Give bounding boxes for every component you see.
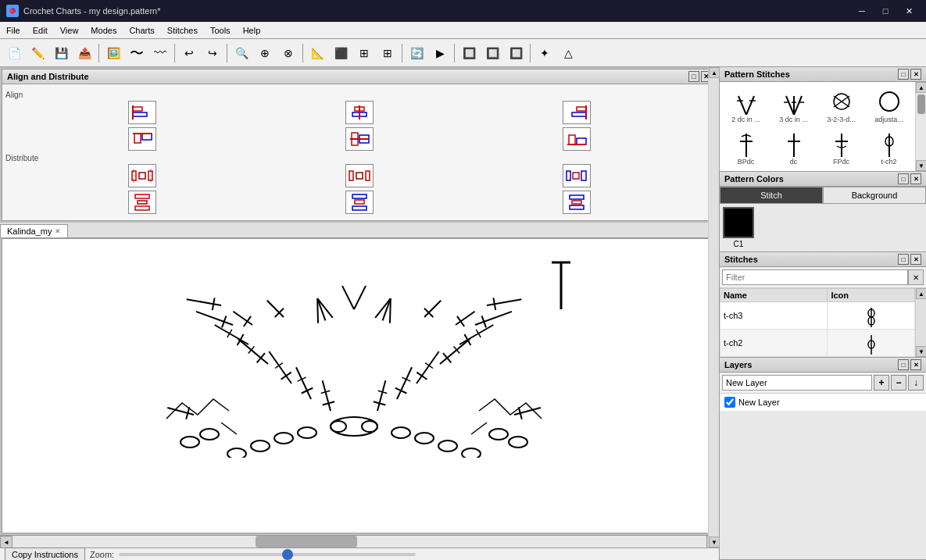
close-button[interactable]: ✕ <box>898 3 920 19</box>
menu-help[interactable]: Help <box>237 22 267 38</box>
remove-layer-button[interactable]: − <box>891 375 906 391</box>
dist-h-button[interactable] <box>128 164 156 187</box>
stitch-list-scroll-up[interactable]: ▲ <box>916 288 926 299</box>
canvas-v-track[interactable] <box>709 78 719 537</box>
menu-stitches[interactable]: Stitches <box>161 22 204 38</box>
menu-edit[interactable]: Edit <box>27 22 54 38</box>
stitch-3dc[interactable]: 3 dc in ... <box>770 85 817 126</box>
svg-rect-34 <box>352 206 366 210</box>
stitch-dc[interactable]: dc <box>770 127 817 168</box>
menu-file[interactable]: File <box>0 22 27 38</box>
tab-kalinda[interactable]: Kalinda_my ✕ <box>0 224 68 237</box>
stitch-filter-input[interactable] <box>722 269 908 285</box>
add-layer-button[interactable]: + <box>874 375 889 391</box>
stitch-list-scrollbar[interactable]: ▲ ▼ <box>915 288 926 357</box>
tb-fill[interactable]: ⬛ <box>330 42 352 64</box>
tab-close-button[interactable]: ✕ <box>55 227 61 235</box>
h-scrollbar[interactable]: ◄ ► <box>0 535 719 548</box>
stitch-323d[interactable]: 3-2-3-d... <box>818 85 864 126</box>
tb-wave[interactable]: 〰 <box>149 42 171 64</box>
stitch-color-tab[interactable]: Stitch <box>720 187 823 203</box>
stitch-fpdc[interactable]: FPdc <box>818 127 864 168</box>
dist-h-right-button[interactable] <box>563 164 591 187</box>
layers-close[interactable]: ✕ <box>910 359 921 370</box>
stitches-restore[interactable]: □ <box>898 254 909 265</box>
background-color-tab[interactable]: Background <box>823 187 926 203</box>
tb-add[interactable]: ⊕ <box>254 42 276 64</box>
menu-modes[interactable]: Modes <box>84 22 123 38</box>
tb-star[interactable]: ✦ <box>534 42 556 64</box>
color-swatch-c1-block[interactable] <box>723 207 754 238</box>
tb-rect3[interactable]: 🔲 <box>505 42 527 64</box>
align-bottom-button[interactable] <box>563 127 591 151</box>
tb-undo[interactable]: ↩ <box>178 42 200 64</box>
stitch-list-scroll-down[interactable]: ▼ <box>916 346 926 357</box>
canvas-scroll-up[interactable]: ▲ <box>709 67 720 78</box>
scroll-track[interactable] <box>13 536 706 548</box>
tb-grid1[interactable]: ⊞ <box>353 42 375 64</box>
stitch-scroll-track[interactable] <box>916 93 926 160</box>
zoom-slider-track[interactable] <box>119 553 416 556</box>
dist-v-center-button[interactable] <box>345 191 374 214</box>
align-middle-button[interactable] <box>345 127 374 151</box>
stitch-scroll-down[interactable]: ▼ <box>916 160 926 171</box>
svg-line-91 <box>375 296 391 321</box>
align-left-button[interactable] <box>128 101 156 124</box>
tb-new[interactable]: 📄 <box>3 42 25 64</box>
stitch-row-tch2[interactable]: t-ch2 <box>720 330 915 357</box>
tb-align[interactable]: 📐 <box>306 42 328 64</box>
copy-instructions-button[interactable]: Copy Instructions <box>5 548 85 561</box>
menu-view[interactable]: View <box>54 22 85 38</box>
color-swatch-c1[interactable]: C1 <box>723 207 754 248</box>
tb-triangle[interactable]: △ <box>557 42 579 64</box>
zoom-slider-thumb[interactable] <box>282 549 293 560</box>
pattern-colors-restore[interactable]: □ <box>898 173 909 184</box>
tb-export[interactable]: 📤 <box>73 42 95 64</box>
tb-image[interactable]: 🖼️ <box>102 42 124 64</box>
stitch-adj[interactable]: adjusta... <box>866 85 912 126</box>
tb-select[interactable]: 🔍 <box>231 42 252 64</box>
tb-rect1[interactable]: 🔲 <box>458 42 480 64</box>
canvas-v-scrollbar[interactable]: ▲ ▼ <box>708 67 719 548</box>
tb-play[interactable]: ▶ <box>429 42 451 64</box>
stitch-row-tch3[interactable]: t-ch3 <box>720 302 915 330</box>
stitch-list-track[interactable] <box>916 299 926 346</box>
stitch-grid-scrollbar[interactable]: ▲ ▼ <box>915 82 926 171</box>
layer-item-new[interactable]: New Layer <box>721 395 924 409</box>
tb-redo[interactable]: ↪ <box>202 42 223 64</box>
minimize-button[interactable]: ─ <box>851 3 873 19</box>
dist-v-button[interactable] <box>128 191 156 214</box>
tb-remove[interactable]: ⊗ <box>277 42 299 64</box>
align-panel-restore[interactable]: □ <box>688 71 699 82</box>
menu-tools[interactable]: Tools <box>204 22 237 38</box>
layer-visibility-checkbox[interactable] <box>724 397 735 408</box>
tb-edit[interactable]: ✏️ <box>27 42 48 64</box>
tb-save[interactable]: 💾 <box>50 42 72 64</box>
canvas-scroll-down[interactable]: ▼ <box>709 537 720 548</box>
menu-charts[interactable]: Charts <box>123 22 160 38</box>
pattern-stitches-restore[interactable]: □ <box>898 69 909 80</box>
align-right-button[interactable] <box>563 101 591 124</box>
new-layer-input[interactable] <box>722 375 872 391</box>
canvas-area[interactable] <box>2 238 717 533</box>
scroll-thumb[interactable] <box>256 536 357 548</box>
dist-v-bottom-button[interactable] <box>563 191 591 214</box>
stitch-tch2[interactable]: t-ch2 <box>866 127 912 168</box>
maximize-button[interactable]: □ <box>874 3 896 19</box>
tb-rect2[interactable]: 🔲 <box>481 42 503 64</box>
stitches-close[interactable]: ✕ <box>910 254 921 265</box>
tb-grid2[interactable]: ⊞ <box>377 42 399 64</box>
move-layer-button[interactable]: ↓ <box>908 375 924 391</box>
pattern-colors-close[interactable]: ✕ <box>910 173 921 184</box>
stitch-bpdc[interactable]: BPdc <box>723 127 769 168</box>
stitch-scroll-up[interactable]: ▲ <box>916 82 926 93</box>
align-center-h-button[interactable] <box>345 101 374 124</box>
tb-rotate[interactable]: 🔄 <box>406 42 427 64</box>
pattern-stitches-close[interactable]: ✕ <box>910 69 921 80</box>
tb-curve[interactable]: 〜 <box>126 42 148 64</box>
dist-h-center-button[interactable] <box>345 164 374 187</box>
layers-restore[interactable]: □ <box>898 359 909 370</box>
filter-clear-button[interactable]: ✕ <box>908 269 924 285</box>
align-top-button[interactable] <box>128 127 156 151</box>
stitch-2dc[interactable]: 2 dc in ... <box>723 85 769 126</box>
